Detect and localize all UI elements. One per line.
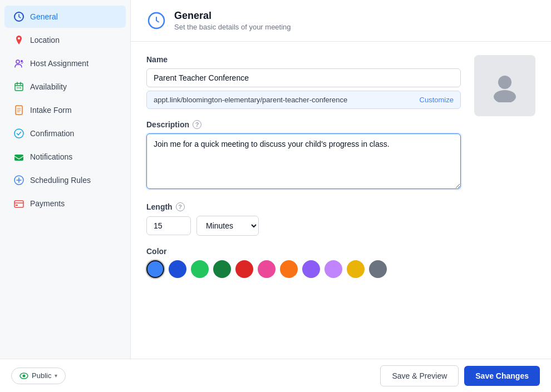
name-field-group: Name appt.link/bloomington-elementary/pa… [146, 55, 461, 109]
sidebar-item-location-label: Location [30, 36, 60, 44]
svg-point-5 [17, 87, 18, 88]
svg-point-3 [21, 60, 23, 62]
sidebar-item-availability[interactable]: Availability [4, 76, 126, 98]
color-swatch-light-purple[interactable] [324, 260, 342, 278]
sidebar-item-intake-label: Intake Form [30, 106, 72, 115]
description-field-group: Description ? Join me for a quick meetin… [146, 120, 461, 191]
color-swatch-yellow[interactable] [347, 260, 365, 278]
page-subtitle: Set the basic details of your meeting [174, 23, 291, 31]
svg-point-15 [498, 76, 511, 89]
color-swatch-dark-green[interactable] [213, 260, 231, 278]
sidebar-item-confirmation[interactable]: Confirmation [4, 122, 126, 145]
length-label: Length ? [146, 202, 461, 211]
footer: Public ▾ Save & Preview Save Changes [0, 359, 551, 392]
confirmation-icon [13, 128, 24, 139]
eye-icon [19, 371, 28, 380]
color-swatch-green[interactable] [191, 260, 209, 278]
color-swatch-pink[interactable] [258, 260, 276, 278]
color-swatch-purple[interactable] [302, 260, 320, 278]
description-label: Description ? [146, 120, 461, 129]
content-form: Name appt.link/bloomington-elementary/pa… [146, 55, 461, 289]
avatar-area[interactable] [474, 55, 535, 116]
sidebar-item-scheduling-label: Scheduling Rules [30, 176, 91, 185]
color-field-group: Color [146, 247, 461, 278]
intake-icon [13, 105, 24, 116]
sidebar-item-general[interactable]: General [4, 6, 126, 28]
color-swatch-blue[interactable] [146, 260, 164, 278]
sidebar-item-confirmation-label: Confirmation [30, 129, 74, 138]
sidebar-item-payments-label: Payments [30, 199, 65, 208]
color-swatch-red[interactable] [235, 260, 253, 278]
availability-icon [13, 81, 24, 92]
length-field-group: Length ? Minutes Hours [146, 202, 461, 236]
scheduling-icon [13, 175, 24, 186]
notifications-icon [13, 151, 24, 162]
url-row: appt.link/bloomington-elementary/parent-… [146, 91, 461, 109]
sidebar-item-availability-label: Availability [30, 82, 67, 91]
svg-point-16 [494, 90, 516, 102]
svg-point-2 [16, 60, 19, 63]
public-label: Public [32, 371, 51, 380]
svg-point-7 [20, 87, 21, 88]
sidebar-item-general-label: General [30, 12, 58, 21]
sidebar-item-payments[interactable]: Payments [4, 192, 126, 215]
public-badge-button[interactable]: Public ▾ [11, 368, 66, 384]
sidebar-item-intake-form[interactable]: Intake Form [4, 99, 126, 121]
host-icon [13, 58, 24, 69]
description-textarea[interactable]: Join me for a quick meeting to discuss y… [146, 133, 461, 189]
content-header: General Set the basic details of your me… [131, 0, 551, 42]
save-changes-button[interactable]: Save Changes [464, 366, 540, 386]
sidebar-item-notifications-label: Notifications [30, 152, 72, 161]
sidebar-item-host-label: Host Assignment [30, 59, 88, 68]
url-text: appt.link/bloomington-elementary/parent-… [154, 96, 347, 104]
location-icon [13, 34, 24, 46]
svg-rect-12 [14, 201, 23, 207]
name-label: Name [146, 55, 461, 64]
main-content: General Set the basic details of your me… [131, 0, 551, 359]
page-title: General [174, 10, 291, 22]
sidebar-item-notifications[interactable]: Notifications [4, 146, 126, 168]
color-label: Color [146, 247, 461, 256]
svg-point-1 [18, 37, 20, 39]
avatar-placeholder-icon [488, 69, 522, 102]
length-number-input[interactable] [146, 216, 191, 235]
svg-point-9 [14, 129, 23, 138]
svg-point-6 [18, 87, 19, 88]
svg-rect-4 [15, 83, 23, 91]
sidebar-item-location[interactable]: Location [4, 29, 126, 51]
svg-point-18 [23, 374, 26, 377]
length-help-icon[interactable]: ? [176, 202, 185, 211]
sidebar-item-scheduling-rules[interactable]: Scheduling Rules [4, 169, 126, 191]
customize-link[interactable]: Customize [420, 96, 454, 104]
general-icon [13, 11, 24, 22]
general-header-icon [146, 11, 166, 31]
svg-rect-13 [16, 205, 18, 206]
length-unit-select[interactable]: Minutes Hours [196, 216, 259, 236]
save-preview-button[interactable]: Save & Preview [380, 365, 459, 386]
name-input[interactable] [146, 68, 461, 87]
content-header-text: General Set the basic details of your me… [174, 10, 291, 31]
sidebar: General Location Host Assign [0, 0, 131, 359]
color-swatches [146, 260, 461, 278]
color-swatch-gray[interactable] [369, 260, 387, 278]
color-swatch-dark-blue[interactable] [169, 260, 186, 278]
footer-actions: Save & Preview Save Changes [380, 365, 540, 386]
content-body: Name appt.link/bloomington-elementary/pa… [131, 42, 551, 302]
description-help-icon[interactable]: ? [193, 120, 201, 129]
payments-icon [13, 198, 24, 209]
chevron-down-icon: ▾ [55, 373, 57, 379]
sidebar-item-host-assignment[interactable]: Host Assignment [4, 52, 126, 75]
color-swatch-orange[interactable] [280, 260, 298, 278]
svg-rect-10 [14, 155, 23, 161]
length-row: Minutes Hours [146, 216, 461, 236]
